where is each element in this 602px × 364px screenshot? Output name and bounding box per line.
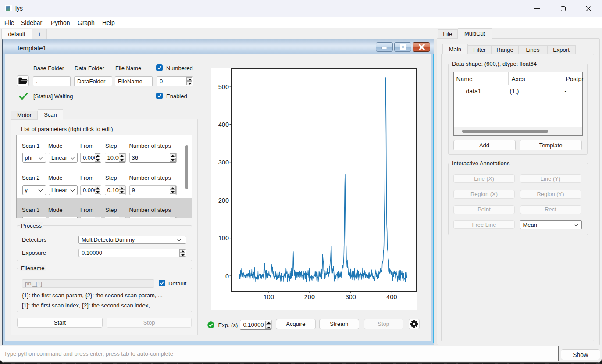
svg-text:200: 200	[304, 293, 315, 300]
svg-text:400: 400	[218, 121, 229, 128]
svg-text:100: 100	[264, 293, 274, 300]
svg-text:300: 300	[346, 293, 356, 300]
svg-text:500: 500	[218, 83, 229, 90]
svg-text:0: 0	[225, 273, 229, 280]
svg-text:400: 400	[386, 293, 397, 300]
svg-text:200: 200	[218, 197, 229, 204]
svg-text:100: 100	[218, 235, 229, 242]
svg-text:300: 300	[218, 159, 229, 166]
